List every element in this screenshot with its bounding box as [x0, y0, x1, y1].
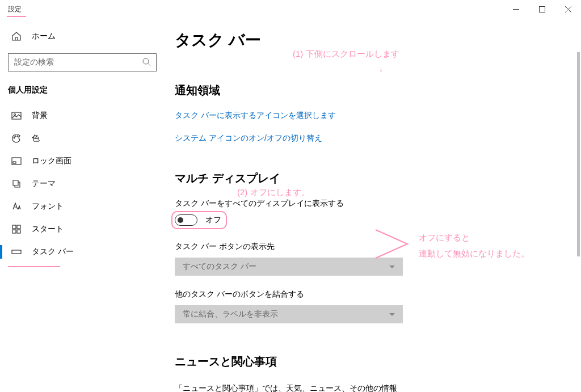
annotation-1-text: (1) 下側にスクロールします: [293, 49, 399, 60]
sidebar-item-fonts[interactable]: フォント: [0, 195, 165, 218]
sidebar: ホーム 設定の検索 個人用設定 背景 色 ロック画面 テーマ: [0, 18, 165, 392]
link-select-taskbar-icons[interactable]: タスク バーに表示するアイコンを選択します: [175, 111, 336, 121]
start-icon: [11, 224, 22, 234]
annotation-1-arrow: ↓: [379, 64, 384, 73]
maximize-button[interactable]: [529, 0, 555, 18]
page-title: タスク バー: [175, 29, 564, 51]
section-notification-area: 通知領域: [175, 83, 564, 98]
svg-rect-15: [12, 230, 16, 233]
picture-icon: [11, 111, 22, 121]
annotation-3-line1: オフにすると: [419, 233, 470, 243]
label-combine-other: 他のタスク バーのボタンを結合する: [175, 289, 564, 300]
annotation-underline-taskbar: [8, 266, 60, 267]
svg-point-10: [17, 136, 18, 137]
svg-point-4: [143, 58, 149, 64]
svg-rect-17: [12, 250, 21, 254]
sidebar-item-start[interactable]: スタート: [0, 218, 165, 241]
sidebar-item-label: 背景: [32, 111, 48, 121]
lockscreen-icon: [11, 156, 22, 166]
dropdown-button-destination: すべてのタスク バー: [175, 258, 403, 276]
main-content: タスク バー — — — — — — — — 通知領域 タスク バーに表示するア…: [165, 18, 581, 392]
label-show-all-displays: タスク バーをすべてのディスプレイに表示する: [175, 199, 564, 209]
svg-rect-16: [17, 230, 20, 233]
news-description: 「ニュースと関心事項」では、天気、ニュース、その他の情報をタスクバーに一目でわか…: [175, 382, 402, 392]
sidebar-item-themes[interactable]: テーマ: [0, 172, 165, 195]
svg-point-8: [14, 137, 15, 138]
section-multi-display: マルチ ディスプレイ: [175, 171, 564, 186]
search-input[interactable]: 設定の検索: [8, 53, 157, 71]
sidebar-item-background[interactable]: 背景: [0, 104, 165, 127]
svg-line-5: [148, 64, 150, 66]
dropdown-combine-other: 常に結合、ラベルを非表示: [175, 305, 403, 323]
section-news-interests: ニュースと関心事項: [175, 354, 564, 369]
close-button[interactable]: [555, 0, 581, 18]
annotation-chevron: [373, 227, 414, 263]
home-icon: [11, 31, 22, 41]
sidebar-item-colors[interactable]: 色: [0, 127, 165, 150]
annotation-underline-title: [7, 16, 26, 17]
svg-rect-12: [13, 162, 16, 163]
palette-icon: [11, 133, 22, 144]
taskbar-icon: [11, 247, 22, 257]
sidebar-item-label: スタート: [32, 224, 64, 234]
chevron-down-icon: [389, 265, 395, 268]
sidebar-item-home[interactable]: ホーム: [0, 25, 165, 48]
minimize-button[interactable]: [503, 0, 529, 18]
window-controls: [503, 0, 581, 18]
svg-point-7: [14, 114, 16, 116]
sidebar-item-label: フォント: [32, 201, 64, 212]
window-title: 設定: [8, 5, 22, 14]
dropdown-value: すべてのタスク バー: [183, 262, 256, 272]
scrollbar[interactable]: [577, 52, 580, 256]
annotation-3-line2: 連動して無効になりました。: [419, 248, 529, 259]
link-system-icons-toggle[interactable]: システム アイコンのオン/オフの切り替え: [175, 133, 322, 144]
sidebar-item-label: 色: [32, 133, 40, 144]
search-placeholder: 設定の検索: [14, 57, 142, 68]
chevron-down-icon: [389, 313, 395, 316]
sidebar-item-label: タスク バー: [32, 247, 74, 257]
sidebar-item-label: ホーム: [32, 31, 56, 41]
toggle-show-all-displays-wrapper: オフ: [175, 214, 221, 226]
svg-rect-1: [539, 6, 545, 12]
sidebar-item-lockscreen[interactable]: ロック画面: [0, 150, 165, 172]
sidebar-category: 個人用設定: [0, 78, 165, 104]
font-icon: [11, 201, 22, 212]
svg-rect-13: [12, 225, 16, 229]
sidebar-item-label: テーマ: [32, 179, 56, 189]
svg-point-9: [15, 136, 16, 137]
search-icon: [142, 58, 150, 68]
themes-icon: [11, 179, 22, 189]
svg-rect-14: [17, 225, 20, 229]
sidebar-item-taskbar[interactable]: タスク バー: [0, 241, 165, 263]
sidebar-item-label: ロック画面: [32, 156, 71, 166]
annotation-box-toggle: [171, 211, 227, 229]
annotation-2-text: (2) オフにします。: [237, 187, 310, 198]
title-bar: 設定: [0, 0, 581, 18]
dropdown-value: 常に結合、ラベルを非表示: [183, 309, 278, 319]
